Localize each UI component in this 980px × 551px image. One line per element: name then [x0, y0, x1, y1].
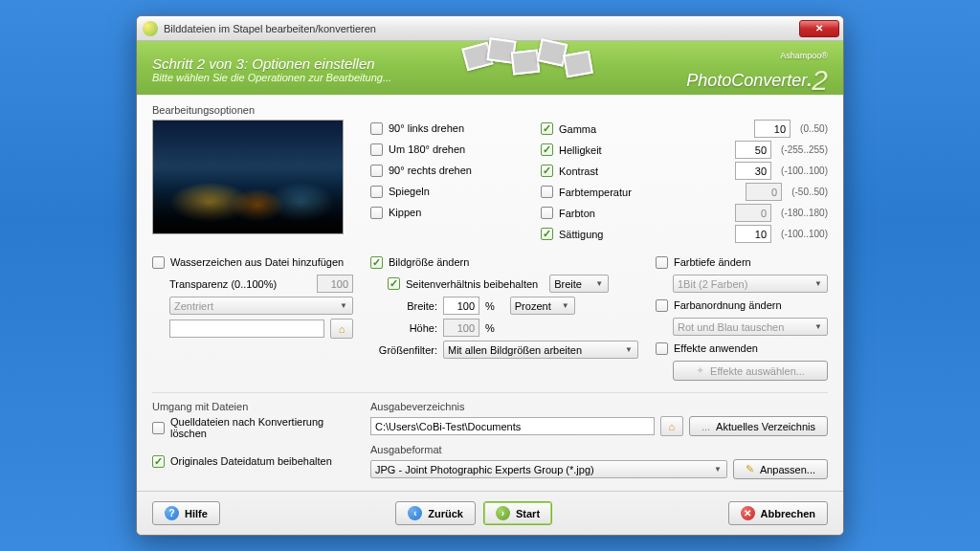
current-dir-button[interactable]: ...Aktuelles Verzeichnis: [689, 416, 828, 436]
contrast-checkbox[interactable]: [541, 165, 553, 177]
start-icon: ›: [496, 506, 510, 520]
flip-checkbox[interactable]: [370, 207, 383, 219]
output-dir-label: Ausgabeverzeichnis: [370, 401, 828, 412]
watermark-label: Wasserzeichen aus Datei hinzufügen: [170, 256, 344, 268]
brand-logo: Ashampoo® PhotoConverter.2: [686, 51, 828, 93]
delete-source-label: Quelldateien nach Konvertierung löschen: [170, 416, 353, 439]
gamma-range: (0..50): [800, 123, 828, 134]
gamma-checkbox[interactable]: [541, 122, 553, 135]
help-icon: ?: [165, 506, 179, 520]
contrast-range: (-100..100): [781, 165, 828, 176]
browse-watermark-button[interactable]: ⌂: [330, 319, 353, 339]
keep-date-label: Originales Dateidatum beibehalten: [170, 455, 332, 467]
brightness-range: (-255..255): [781, 144, 828, 155]
folder-icon: ⌂: [339, 323, 345, 335]
colortemp-checkbox[interactable]: [541, 186, 553, 198]
unit-dropdown[interactable]: Prozent▼: [510, 297, 575, 315]
watermark-position-dropdown[interactable]: Zentriert▼: [169, 297, 353, 315]
cancel-icon: ✕: [741, 506, 755, 520]
height-label: Höhe:: [370, 322, 437, 334]
rotate-180-checkbox[interactable]: [370, 143, 383, 156]
colororder-label: Farbanordnung ändern: [674, 299, 782, 311]
sizefilter-label: Größenfilter:: [370, 344, 437, 356]
mirror-checkbox[interactable]: [370, 186, 383, 198]
saturation-input[interactable]: 10: [735, 225, 771, 243]
colororder-checkbox[interactable]: [656, 299, 668, 312]
rotate-180-label: Um 180° drehen: [389, 143, 465, 155]
gamma-label: Gamma: [559, 123, 635, 135]
width-input[interactable]: 100: [443, 297, 479, 315]
footer: ?Hilfe ‹Zurück ›Start ✕Abbrechen: [137, 491, 843, 535]
app-icon: [143, 21, 158, 36]
transparency-input[interactable]: 100: [317, 275, 353, 293]
delete-source-checkbox[interactable]: [152, 422, 165, 434]
hue-range: (-180..180): [781, 208, 828, 218]
effects-checkbox[interactable]: [656, 342, 668, 355]
dots-icon: ...: [702, 421, 710, 432]
gamma-input[interactable]: 10: [754, 120, 791, 138]
file-handling-label: Umgang mit Dateien: [152, 401, 353, 412]
colordepth-checkbox[interactable]: [656, 256, 668, 269]
colortemp-range: (-50..50): [791, 187, 828, 197]
colordepth-label: Farbtiefe ändern: [674, 256, 751, 268]
colordepth-dropdown[interactable]: 1Bit (2 Farben)▼: [673, 275, 828, 293]
resize-checkbox[interactable]: [370, 256, 383, 269]
start-button[interactable]: ›Start: [483, 501, 552, 525]
watermark-checkbox[interactable]: [152, 256, 165, 269]
effects-label: Effekte anwenden: [674, 342, 758, 354]
watermark-file-input[interactable]: [169, 320, 324, 338]
format-adjust-button[interactable]: ✎Anpassen...: [733, 459, 828, 479]
output-format-dropdown[interactable]: JPG - Joint Photographic Experts Group (…: [370, 460, 727, 478]
decorative-photos: [455, 37, 617, 99]
transparency-label: Transparenz (0..100%): [169, 278, 277, 290]
close-button[interactable]: ✕: [799, 20, 839, 37]
help-button[interactable]: ?Hilfe: [152, 501, 220, 525]
effects-select-button[interactable]: ✦Effekte auswählen...: [673, 361, 828, 381]
preview-image: [152, 120, 344, 234]
brightness-label: Helligkeit: [559, 144, 635, 156]
browse-output-button[interactable]: ⌂: [660, 416, 683, 436]
aspect-mode-dropdown[interactable]: Breite▼: [549, 275, 609, 293]
width-label: Breite:: [370, 300, 437, 312]
content-area: Bearbeitungsoptionen 90° links drehen Um…: [137, 95, 843, 491]
cancel-button[interactable]: ✕Abbrechen: [728, 501, 828, 525]
hue-label: Farbton: [559, 208, 635, 219]
back-button[interactable]: ‹Zurück: [395, 501, 476, 525]
resize-label: Bildgröße ändern: [389, 256, 469, 268]
brightness-checkbox[interactable]: [541, 143, 553, 156]
saturation-checkbox[interactable]: [541, 228, 553, 240]
colortemp-label: Farbtemperatur: [559, 187, 635, 198]
height-input[interactable]: 100: [443, 319, 479, 337]
window-title: Bilddateien im Stapel bearbeiten/konvert…: [164, 23, 799, 34]
hue-input[interactable]: 0: [735, 204, 771, 222]
colororder-dropdown[interactable]: Rot und Blau tauschen▼: [673, 318, 828, 336]
saturation-label: Sättigung: [559, 229, 635, 240]
back-icon: ‹: [408, 506, 422, 520]
contrast-input[interactable]: 30: [735, 162, 771, 180]
mirror-label: Spiegeln: [389, 186, 430, 197]
flip-label: Kippen: [389, 207, 421, 218]
edit-options-label: Bearbeitungsoptionen: [152, 104, 828, 116]
percent-suffix-1: %: [485, 300, 495, 312]
banner: Schritt 2 von 3: Optionen einstellen Bit…: [137, 41, 843, 95]
brightness-input[interactable]: 50: [735, 141, 771, 159]
output-format-label: Ausgabeformat: [370, 444, 828, 455]
rotate-left-checkbox[interactable]: [370, 122, 383, 135]
main-window: Bilddateien im Stapel bearbeiten/konvert…: [136, 15, 844, 536]
sizefilter-dropdown[interactable]: Mit allen Bildgrößen arbeiten▼: [443, 341, 638, 359]
keep-aspect-checkbox[interactable]: [388, 277, 400, 290]
tools-icon: ✎: [746, 463, 754, 475]
rotate-left-label: 90° links drehen: [389, 122, 464, 134]
colortemp-input[interactable]: 0: [746, 183, 782, 201]
wand-icon: ✦: [696, 364, 704, 377]
rotate-right-checkbox[interactable]: [370, 165, 383, 177]
folder-icon: ⌂: [669, 421, 676, 432]
rotate-right-label: 90° rechts drehen: [389, 165, 472, 176]
percent-suffix-2: %: [485, 322, 495, 334]
contrast-label: Kontrast: [559, 165, 635, 177]
keep-aspect-label: Seitenverhältnis beibehalten: [406, 278, 538, 290]
output-dir-input[interactable]: C:\Users\CoBi-Test\Documents: [370, 417, 655, 435]
saturation-range: (-100..100): [781, 229, 828, 239]
hue-checkbox[interactable]: [541, 207, 553, 219]
keep-date-checkbox[interactable]: [152, 455, 165, 468]
